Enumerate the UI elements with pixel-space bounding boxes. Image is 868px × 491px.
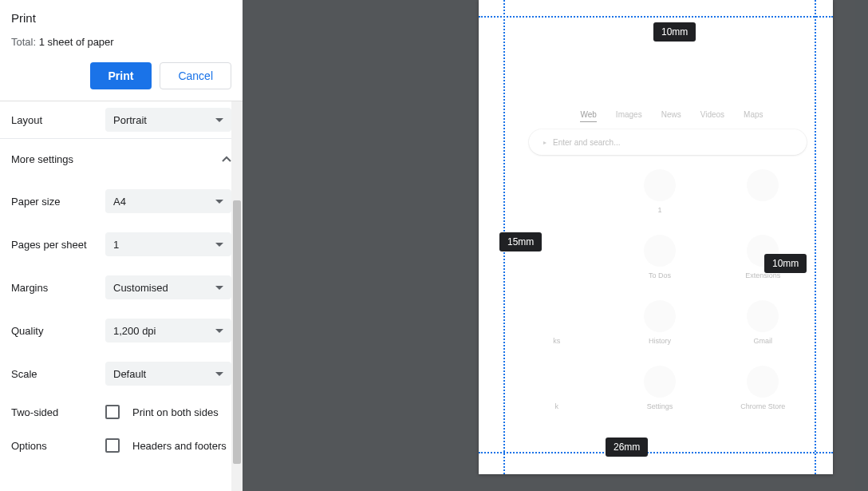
margins-label: Margins bbox=[11, 282, 105, 294]
margin-value-top: 10mm bbox=[653, 22, 696, 42]
paper-size-value: A4 bbox=[113, 196, 126, 208]
layout-label: Layout bbox=[11, 114, 105, 126]
total-value: 1 sheet of paper bbox=[39, 36, 114, 48]
quality-value: 1,200 dpi bbox=[113, 325, 156, 337]
preview-tile: Chrome Store bbox=[740, 366, 785, 412]
tile-label: Settings bbox=[647, 402, 673, 412]
chevron-down-icon bbox=[215, 118, 223, 122]
chevron-up-icon bbox=[222, 155, 231, 164]
search-caret-icon: ▸ bbox=[543, 139, 546, 146]
preview-tile: 1 bbox=[644, 169, 676, 216]
more-settings-label: More settings bbox=[11, 153, 73, 165]
settings-scroll: Layout Portrait More settings Paper size… bbox=[0, 101, 243, 491]
panel-actions: Print Cancel bbox=[0, 62, 243, 101]
preview-tile: To Dos bbox=[644, 235, 676, 281]
tile-icon bbox=[644, 235, 676, 267]
preview-search-placeholder: Enter and search... bbox=[553, 138, 621, 147]
chevron-down-icon bbox=[215, 243, 223, 247]
panel-header: Print Total: 1 sheet of paper bbox=[0, 0, 243, 62]
preview-tab-web: Web bbox=[580, 110, 596, 122]
tile-label: ks bbox=[553, 337, 560, 346]
quality-select[interactable]: 1,200 dpi bbox=[105, 319, 231, 343]
options-label: Options bbox=[11, 440, 105, 452]
margin-guide-bottom[interactable] bbox=[479, 452, 833, 453]
two-sided-label: Two-sided bbox=[11, 406, 105, 418]
margin-value-right: 10mm bbox=[764, 254, 807, 273]
quality-label: Quality bbox=[11, 325, 105, 337]
chevron-down-icon bbox=[215, 372, 223, 376]
margins-value: Customised bbox=[113, 282, 168, 294]
scale-select[interactable]: Default bbox=[105, 362, 231, 386]
preview-tile: History bbox=[644, 300, 676, 346]
preview-tile: ks bbox=[541, 300, 573, 346]
preview-tabs: Web Images News Videos Maps bbox=[545, 110, 799, 122]
preview-tab-maps: Maps bbox=[744, 110, 763, 122]
print-preview-area: Web Images News Videos Maps ▸ Enter and … bbox=[243, 0, 868, 491]
dialog-title: Print bbox=[11, 11, 231, 25]
paper-size-select[interactable]: A4 bbox=[105, 189, 231, 213]
tile-icon bbox=[644, 300, 676, 332]
margin-value-left: 15mm bbox=[499, 232, 542, 251]
layout-select[interactable]: Portrait bbox=[105, 108, 231, 132]
preview-tile bbox=[541, 169, 573, 216]
tile-icon bbox=[644, 169, 676, 201]
tile-icon bbox=[644, 366, 676, 398]
print-settings-panel: Print Total: 1 sheet of paper Print Canc… bbox=[0, 0, 243, 491]
preview-tile: Gmail bbox=[747, 300, 779, 346]
panel-scrollbar[interactable] bbox=[231, 101, 243, 491]
scale-value: Default bbox=[113, 368, 146, 380]
tile-label: Gmail bbox=[754, 337, 773, 346]
margins-select[interactable]: Customised bbox=[105, 275, 231, 299]
cancel-button[interactable]: Cancel bbox=[160, 62, 231, 89]
headers-footers-checkbox[interactable] bbox=[105, 438, 120, 453]
scale-label: Scale bbox=[11, 368, 105, 380]
scrollbar-thumb[interactable] bbox=[233, 200, 241, 464]
preview-tile bbox=[747, 169, 779, 216]
preview-scrollbar[interactable] bbox=[855, 0, 868, 491]
tile-label: To Dos bbox=[649, 271, 671, 281]
print-button[interactable]: Print bbox=[90, 62, 152, 89]
page-content: Web Images News Videos Maps ▸ Enter and … bbox=[505, 18, 815, 452]
preview-tab-news: News bbox=[661, 110, 681, 122]
tile-label: History bbox=[649, 337, 671, 346]
sheet-count: Total: 1 sheet of paper bbox=[11, 36, 231, 48]
tile-label: Chrome Store bbox=[740, 402, 785, 412]
preview-tile: k bbox=[541, 366, 573, 412]
pages-per-sheet-value: 1 bbox=[113, 239, 119, 251]
tile-icon bbox=[747, 366, 779, 398]
paper-size-label: Paper size bbox=[11, 196, 105, 208]
two-sided-checkbox[interactable] bbox=[105, 405, 120, 419]
preview-tile: Settings bbox=[644, 366, 676, 412]
tile-label: k bbox=[554, 402, 558, 412]
chevron-down-icon bbox=[215, 329, 223, 333]
margin-value-bottom: 26mm bbox=[606, 438, 648, 457]
preview-tiles: 1To DosExtensionsksHistoryGmailkSettings… bbox=[505, 169, 815, 412]
two-sided-option: Print on both sides bbox=[132, 406, 219, 418]
headers-footers-option: Headers and footers bbox=[132, 440, 227, 452]
tile-label: 1 bbox=[657, 206, 661, 216]
margin-guide-right[interactable] bbox=[815, 0, 816, 474]
preview-tab-videos: Videos bbox=[700, 110, 724, 122]
tile-icon bbox=[747, 169, 779, 201]
total-prefix: Total: bbox=[11, 36, 39, 48]
chevron-down-icon bbox=[215, 200, 223, 204]
chevron-down-icon bbox=[215, 286, 223, 290]
tile-icon bbox=[747, 300, 779, 332]
pages-per-sheet-select[interactable]: 1 bbox=[105, 232, 231, 256]
more-settings-toggle[interactable]: More settings bbox=[0, 139, 243, 180]
preview-tab-images: Images bbox=[616, 110, 642, 122]
layout-value: Portrait bbox=[113, 114, 147, 126]
preview-searchbox: ▸ Enter and search... bbox=[529, 129, 807, 155]
pages-per-sheet-label: Pages per sheet bbox=[11, 239, 105, 251]
preview-tile bbox=[541, 235, 573, 281]
